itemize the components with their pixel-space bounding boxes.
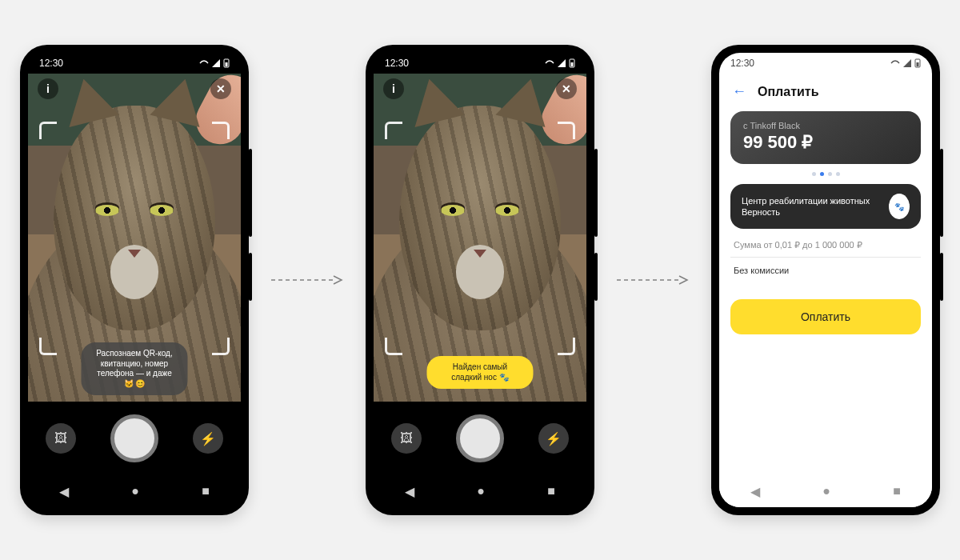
card-pager: [719, 172, 932, 176]
source-card-subtitle: с Tinkoff Black: [743, 121, 908, 130]
scan-frame-corner: [558, 122, 575, 139]
nav-recent-icon[interactable]: ■: [202, 484, 210, 498]
statusbar: 12:30: [28, 53, 241, 74]
status-icons: [890, 58, 921, 68]
amount-hint: Сумма от 0,01 ₽ до 1 000 000 ₽: [734, 240, 918, 250]
nav-recent-icon[interactable]: ■: [547, 484, 555, 498]
phone-mockup-scan: 12:30 i ✕: [20, 45, 249, 515]
screen-payment: 12:30 ← Оплатить с Tinkoff Black 99 500 …: [719, 53, 932, 507]
nav-home-icon[interactable]: ●: [131, 484, 139, 498]
screen-detected: 12:30 i ✕: [374, 53, 586, 507]
pay-button[interactable]: Оплатить: [730, 299, 921, 334]
scan-frame-corner: [558, 338, 575, 355]
camera-viewport: i ✕ Распознаем QR-код, квитанцию, номер …: [28, 74, 241, 475]
shutter-button[interactable]: [110, 414, 158, 462]
flash-button[interactable]: ⚡: [538, 423, 569, 454]
close-icon[interactable]: ✕: [210, 78, 231, 99]
nav-recent-icon[interactable]: ■: [893, 484, 901, 498]
divider: [730, 257, 921, 258]
scan-frame-corner: [385, 338, 402, 355]
shutter-button[interactable]: [456, 414, 504, 462]
nav-back-icon[interactable]: ◀: [59, 484, 69, 499]
scan-frame-corner: [39, 122, 57, 139]
camera-controls: 🖼 ⚡: [28, 402, 241, 475]
scan-frame-corner: [385, 122, 402, 139]
recipient-avatar: 🐾: [889, 194, 910, 219]
back-arrow-icon[interactable]: ←: [732, 83, 746, 100]
scan-hint-pill: Распознаем QR-код, квитанцию, номер теле…: [82, 342, 188, 395]
screen-scan: 12:30 i ✕: [28, 53, 241, 507]
recipient-card[interactable]: Центр реабилитации животных Верность 🐾: [730, 184, 921, 229]
android-navbar: ◀ ● ■: [374, 475, 586, 507]
nav-home-icon[interactable]: ●: [822, 484, 830, 498]
flash-button[interactable]: ⚡: [193, 423, 223, 454]
scan-frame-corner: [212, 122, 230, 139]
svg-rect-4: [571, 62, 574, 66]
flow-arrow-icon: [617, 274, 689, 286]
detection-result-pill[interactable]: Найден самый сладкий нос 🐾: [427, 356, 534, 389]
page-title: Оплатить: [758, 85, 819, 99]
recipient-name: Центр реабилитации животных Верность: [742, 195, 881, 218]
phone-mockup-detected: 12:30 i ✕: [366, 45, 594, 515]
status-time: 12:30: [39, 58, 63, 69]
info-icon[interactable]: i: [38, 78, 58, 99]
fee-label: Без комиссии: [734, 266, 918, 275]
svg-rect-1: [226, 62, 228, 66]
camera-viewport: i ✕ Найден самый сладкий нос 🐾 🖼 ⚡: [374, 74, 586, 475]
status-icons: [545, 58, 575, 68]
nav-back-icon[interactable]: ◀: [750, 484, 760, 499]
source-card[interactable]: с Tinkoff Black 99 500 ₽: [730, 111, 921, 164]
android-navbar: ◀ ● ■: [28, 475, 241, 507]
close-icon[interactable]: ✕: [556, 78, 577, 99]
payment-header: ← Оплатить: [719, 74, 932, 108]
source-card-balance: 99 500 ₽: [743, 132, 908, 153]
info-icon[interactable]: i: [383, 78, 404, 99]
phone-mockup-payment: 12:30 ← Оплатить с Tinkoff Black 99 500 …: [711, 45, 940, 515]
svg-rect-7: [917, 62, 919, 66]
gallery-button[interactable]: 🖼: [46, 423, 76, 454]
flow-arrow-icon: [271, 274, 343, 286]
camera-controls: 🖼 ⚡: [374, 402, 586, 475]
android-navbar: ◀ ● ■: [719, 475, 932, 507]
scan-frame-corner: [212, 338, 230, 355]
statusbar: 12:30: [719, 53, 932, 74]
statusbar: 12:30: [374, 53, 586, 74]
nav-back-icon[interactable]: ◀: [405, 484, 414, 499]
nav-home-icon[interactable]: ●: [477, 484, 485, 498]
scan-frame-corner: [39, 338, 57, 355]
status-time: 12:30: [730, 58, 754, 69]
status-icons: [199, 58, 230, 68]
gallery-button[interactable]: 🖼: [391, 423, 422, 454]
status-time: 12:30: [385, 58, 409, 69]
